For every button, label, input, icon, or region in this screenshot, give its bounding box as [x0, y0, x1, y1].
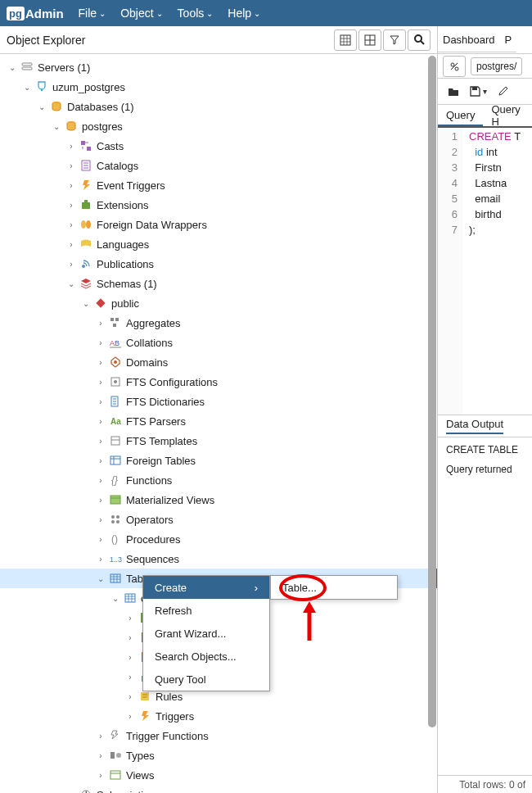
connection-icon[interactable] [443, 56, 466, 77]
chevron-icon[interactable]: › [124, 633, 136, 642]
tree-item-functions[interactable]: ›{}Functions [0, 470, 437, 490]
ctx-query-tool[interactable]: Query Tool [143, 668, 269, 691]
ctx-refresh[interactable]: Refresh [143, 599, 269, 622]
chevron-icon[interactable]: › [95, 535, 106, 544]
chevron-icon[interactable]: › [95, 555, 106, 564]
tree-item-public[interactable]: ⌄public [0, 293, 437, 313]
open-icon[interactable] [443, 82, 464, 102]
tree-item-materialized-views[interactable]: ›Materialized Views [0, 490, 437, 510]
save-icon[interactable]: ▾ [467, 82, 489, 102]
tree-item-foreign-tables[interactable]: ›Foreign Tables [0, 451, 437, 470]
chevron-icon[interactable]: › [95, 515, 106, 524]
chevron-icon[interactable]: › [95, 771, 106, 780]
ctx-create[interactable]: Create› [143, 576, 269, 599]
chevron-icon[interactable]: ⌄ [36, 102, 47, 111]
chevron-icon[interactable]: ⌄ [80, 299, 92, 308]
chevron-icon[interactable]: ⌄ [7, 63, 18, 72]
tree-item-fts-templates[interactable]: ›FTS Templates [0, 431, 437, 451]
chevron-icon[interactable]: › [95, 437, 106, 446]
chevron-icon[interactable]: › [95, 378, 106, 387]
svg-point-32 [116, 515, 119, 519]
chevron-icon[interactable]: ⌄ [65, 279, 77, 288]
chevron-icon[interactable]: ⌄ [51, 122, 62, 131]
tab-data-output[interactable]: Data Output [446, 418, 503, 434]
chevron-icon[interactable]: ⌄ [110, 594, 121, 603]
chevron-icon[interactable]: › [65, 142, 77, 151]
tree-item-uzum-postgres[interactable]: ⌄uzum_postgres [0, 77, 437, 97]
tree-item-servers-1-[interactable]: ⌄Servers (1) [0, 57, 437, 77]
tree-item-trigger-functions[interactable]: ›Trigger Functions [0, 726, 437, 745]
tree-item-postgres[interactable]: ⌄postgres [0, 116, 437, 136]
tree-item-catalogs[interactable]: ›Catalogs [0, 156, 437, 175]
chevron-icon[interactable]: › [95, 397, 106, 406]
chevron-icon[interactable]: › [124, 614, 136, 623]
tree-item-views[interactable]: ›Views [0, 765, 437, 785]
ctx-table-[interactable]: Table... [271, 576, 397, 599]
tree-item-procedures[interactable]: ›()Procedures [0, 529, 437, 549]
tree-item-extensions[interactable]: ›Extensions [0, 195, 437, 215]
chevron-icon[interactable]: › [95, 319, 106, 328]
tree-item-languages[interactable]: ›Languages [0, 234, 437, 254]
tree-item-aggregates[interactable]: ›Aggregates [0, 313, 437, 333]
tree-item-operators[interactable]: ›Operators [0, 510, 437, 529]
tree-item-domains[interactable]: ›Domains [0, 352, 437, 372]
tree-item-databases-1-[interactable]: ⌄Databases (1) [0, 97, 437, 116]
types-icon [108, 748, 123, 763]
chevron-icon[interactable]: › [124, 653, 136, 662]
svg-point-24 [114, 380, 117, 383]
tree-item-event-triggers[interactable]: ›Event Triggers [0, 175, 437, 195]
tree-item-subscriptions[interactable]: ›Subscriptions [0, 785, 437, 793]
chevron-icon[interactable]: › [95, 417, 106, 426]
chevron-icon[interactable]: ⌄ [21, 83, 33, 92]
right-tabs: Dashboard P [438, 28, 516, 52]
tab-query[interactable]: Query [438, 105, 483, 126]
tree-item-casts[interactable]: ›Casts [0, 136, 437, 156]
grid-icon[interactable] [358, 29, 381, 51]
chevron-icon[interactable]: › [65, 201, 77, 210]
tree-item-fts-configurations[interactable]: ›FTS Configurations [0, 372, 437, 392]
sql-editor[interactable]: 1234567 CREATE T id int Firstn Lastna em… [438, 128, 532, 415]
scrollbar[interactable] [428, 56, 436, 791]
chevron-icon[interactable]: › [95, 751, 106, 760]
tree-item-fts-parsers[interactable]: ›AaFTS Parsers [0, 411, 437, 431]
layout-columns-icon[interactable] [334, 29, 357, 51]
chevron-icon[interactable]: ⌄ [95, 574, 106, 583]
tree-item-fts-dictionaries[interactable]: ›FTS Dictionaries [0, 392, 437, 411]
tree-item-foreign-data-wrappers[interactable]: ›Foreign Data Wrappers [0, 215, 437, 234]
tree-item-sequences[interactable]: ›1..3Sequences [0, 549, 437, 569]
chevron-icon[interactable]: › [65, 240, 77, 249]
chevron-icon[interactable]: › [95, 338, 106, 347]
tab-properties[interactable]: P [505, 34, 512, 46]
chevron-icon[interactable]: › [95, 732, 106, 741]
svg-point-14 [86, 220, 91, 229]
chevron-icon[interactable]: › [65, 791, 77, 794]
tree-item-schemas-1-[interactable]: ⌄Schemas (1) [0, 274, 437, 293]
tree-item-triggers[interactable]: ›Triggers [0, 706, 437, 726]
chevron-icon[interactable]: › [124, 692, 136, 701]
menu-object[interactable]: Object⌄ [120, 7, 162, 20]
chevron-icon[interactable]: › [95, 456, 106, 465]
ctx-search-objects-[interactable]: Search Objects... [143, 645, 269, 668]
tab-dashboard[interactable]: Dashboard [443, 34, 495, 46]
chevron-icon[interactable]: › [95, 358, 106, 367]
menu-tools[interactable]: Tools⌄ [178, 7, 214, 20]
chevron-icon[interactable]: › [95, 496, 106, 505]
connection-path[interactable]: postgres/ [471, 57, 522, 75]
tree-item-publications[interactable]: ›Publications [0, 254, 437, 274]
chevron-icon[interactable]: › [95, 476, 106, 485]
tree-item-collations[interactable]: ›ABCollations [0, 333, 437, 352]
menu-help[interactable]: Help⌄ [228, 7, 260, 20]
chevron-icon[interactable]: › [65, 181, 77, 190]
menu-file[interactable]: File⌄ [79, 7, 106, 20]
chevron-icon[interactable]: › [65, 220, 77, 229]
search-icon[interactable] [408, 29, 431, 51]
ctx-grant-wizard-[interactable]: Grant Wizard... [143, 622, 269, 645]
edit-icon[interactable] [492, 82, 513, 102]
chevron-icon[interactable]: › [65, 260, 77, 269]
chevron-icon[interactable]: › [65, 161, 77, 170]
tree-item-types[interactable]: ›Types [0, 745, 437, 765]
chevron-icon[interactable]: › [124, 712, 136, 721]
tab-query-history[interactable]: Query H [483, 105, 532, 126]
filter-icon[interactable] [383, 29, 406, 51]
chevron-icon[interactable]: › [124, 673, 136, 682]
